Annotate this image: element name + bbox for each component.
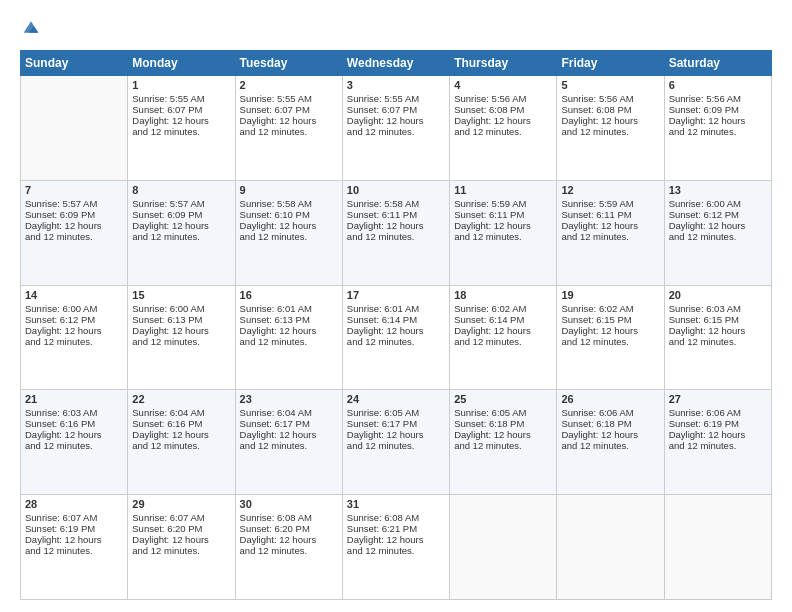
cell-info-line: and 12 minutes. bbox=[561, 126, 659, 137]
cell-info-line: and 12 minutes. bbox=[454, 440, 552, 451]
day-number: 5 bbox=[561, 79, 659, 91]
cell-info-line: and 12 minutes. bbox=[669, 126, 767, 137]
cell-info-line: Daylight: 12 hours bbox=[132, 220, 230, 231]
cell-info-line: Sunset: 6:11 PM bbox=[561, 209, 659, 220]
day-number: 30 bbox=[240, 498, 338, 510]
calendar-cell: 14Sunrise: 6:00 AMSunset: 6:12 PMDayligh… bbox=[21, 285, 128, 390]
cell-info-line: Daylight: 12 hours bbox=[25, 534, 123, 545]
cell-info-line: Sunrise: 5:59 AM bbox=[561, 198, 659, 209]
cell-info-line: Sunset: 6:08 PM bbox=[561, 104, 659, 115]
cell-info-line: and 12 minutes. bbox=[25, 440, 123, 451]
calendar-cell bbox=[557, 495, 664, 600]
calendar-cell: 5Sunrise: 5:56 AMSunset: 6:08 PMDaylight… bbox=[557, 76, 664, 181]
cell-info-line: and 12 minutes. bbox=[132, 126, 230, 137]
calendar-cell bbox=[664, 495, 771, 600]
cell-info-line: Daylight: 12 hours bbox=[454, 429, 552, 440]
cell-info-line: and 12 minutes. bbox=[25, 336, 123, 347]
cell-info-line: Daylight: 12 hours bbox=[669, 429, 767, 440]
day-number: 17 bbox=[347, 289, 445, 301]
cell-info-line: Sunrise: 6:06 AM bbox=[561, 407, 659, 418]
calendar-cell: 27Sunrise: 6:06 AMSunset: 6:19 PMDayligh… bbox=[664, 390, 771, 495]
cell-info-line: Sunrise: 6:04 AM bbox=[132, 407, 230, 418]
cell-info-line: and 12 minutes. bbox=[132, 231, 230, 242]
cell-info-line: and 12 minutes. bbox=[347, 440, 445, 451]
cell-info-line: Sunrise: 6:00 AM bbox=[132, 303, 230, 314]
calendar-cell bbox=[450, 495, 557, 600]
cell-info-line: Sunset: 6:20 PM bbox=[132, 523, 230, 534]
calendar-table: SundayMondayTuesdayWednesdayThursdayFrid… bbox=[20, 50, 772, 600]
cell-info-line: Daylight: 12 hours bbox=[561, 429, 659, 440]
cell-info-line: and 12 minutes. bbox=[240, 440, 338, 451]
cell-info-line: Sunset: 6:14 PM bbox=[454, 314, 552, 325]
cell-info-line: Sunset: 6:11 PM bbox=[454, 209, 552, 220]
cell-info-line: Daylight: 12 hours bbox=[25, 429, 123, 440]
logo-icon bbox=[22, 18, 40, 36]
cell-info-line: Daylight: 12 hours bbox=[240, 325, 338, 336]
cell-info-line: and 12 minutes. bbox=[347, 126, 445, 137]
cell-info-line: and 12 minutes. bbox=[132, 336, 230, 347]
cell-info-line: and 12 minutes. bbox=[561, 440, 659, 451]
day-number: 24 bbox=[347, 393, 445, 405]
day-number: 21 bbox=[25, 393, 123, 405]
day-number: 4 bbox=[454, 79, 552, 91]
day-number: 19 bbox=[561, 289, 659, 301]
cell-info-line: Daylight: 12 hours bbox=[454, 220, 552, 231]
cell-info-line: Sunset: 6:18 PM bbox=[454, 418, 552, 429]
header bbox=[20, 18, 772, 40]
cell-info-line: Daylight: 12 hours bbox=[347, 115, 445, 126]
calendar-cell: 21Sunrise: 6:03 AMSunset: 6:16 PMDayligh… bbox=[21, 390, 128, 495]
weekday-header-saturday: Saturday bbox=[664, 51, 771, 76]
calendar-cell: 12Sunrise: 5:59 AMSunset: 6:11 PMDayligh… bbox=[557, 180, 664, 285]
cell-info-line: Sunrise: 6:02 AM bbox=[561, 303, 659, 314]
day-number: 29 bbox=[132, 498, 230, 510]
cell-info-line: and 12 minutes. bbox=[561, 231, 659, 242]
cell-info-line: and 12 minutes. bbox=[240, 336, 338, 347]
cell-info-line: and 12 minutes. bbox=[454, 231, 552, 242]
calendar-cell: 15Sunrise: 6:00 AMSunset: 6:13 PMDayligh… bbox=[128, 285, 235, 390]
weekday-header-tuesday: Tuesday bbox=[235, 51, 342, 76]
cell-info-line: Sunset: 6:19 PM bbox=[25, 523, 123, 534]
day-number: 2 bbox=[240, 79, 338, 91]
calendar-cell: 29Sunrise: 6:07 AMSunset: 6:20 PMDayligh… bbox=[128, 495, 235, 600]
cell-info-line: Sunrise: 5:57 AM bbox=[132, 198, 230, 209]
day-number: 10 bbox=[347, 184, 445, 196]
cell-info-line: Sunset: 6:15 PM bbox=[669, 314, 767, 325]
cell-info-line: Sunrise: 6:08 AM bbox=[240, 512, 338, 523]
cell-info-line: and 12 minutes. bbox=[25, 231, 123, 242]
day-number: 18 bbox=[454, 289, 552, 301]
calendar-cell: 9Sunrise: 5:58 AMSunset: 6:10 PMDaylight… bbox=[235, 180, 342, 285]
cell-info-line: Sunset: 6:15 PM bbox=[561, 314, 659, 325]
cell-info-line: Daylight: 12 hours bbox=[669, 220, 767, 231]
logo bbox=[20, 18, 40, 40]
cell-info-line: Sunrise: 6:05 AM bbox=[454, 407, 552, 418]
cell-info-line: and 12 minutes. bbox=[132, 545, 230, 556]
cell-info-line: Sunset: 6:18 PM bbox=[561, 418, 659, 429]
day-number: 23 bbox=[240, 393, 338, 405]
weekday-header-thursday: Thursday bbox=[450, 51, 557, 76]
week-row-4: 21Sunrise: 6:03 AMSunset: 6:16 PMDayligh… bbox=[21, 390, 772, 495]
cell-info-line: Daylight: 12 hours bbox=[347, 220, 445, 231]
cell-info-line: Sunset: 6:08 PM bbox=[454, 104, 552, 115]
calendar-cell: 23Sunrise: 6:04 AMSunset: 6:17 PMDayligh… bbox=[235, 390, 342, 495]
cell-info-line: Daylight: 12 hours bbox=[669, 115, 767, 126]
calendar-cell: 6Sunrise: 5:56 AMSunset: 6:09 PMDaylight… bbox=[664, 76, 771, 181]
cell-info-line: Sunrise: 6:03 AM bbox=[669, 303, 767, 314]
day-number: 6 bbox=[669, 79, 767, 91]
cell-info-line: Sunrise: 6:06 AM bbox=[669, 407, 767, 418]
cell-info-line: Sunrise: 6:02 AM bbox=[454, 303, 552, 314]
day-number: 31 bbox=[347, 498, 445, 510]
cell-info-line: Sunset: 6:10 PM bbox=[240, 209, 338, 220]
day-number: 12 bbox=[561, 184, 659, 196]
cell-info-line: Sunset: 6:07 PM bbox=[240, 104, 338, 115]
cell-info-line: Sunset: 6:16 PM bbox=[25, 418, 123, 429]
cell-info-line: and 12 minutes. bbox=[347, 336, 445, 347]
calendar-cell: 16Sunrise: 6:01 AMSunset: 6:13 PMDayligh… bbox=[235, 285, 342, 390]
cell-info-line: Daylight: 12 hours bbox=[240, 115, 338, 126]
cell-info-line: and 12 minutes. bbox=[669, 440, 767, 451]
calendar-cell bbox=[21, 76, 128, 181]
cell-info-line: Sunrise: 6:07 AM bbox=[132, 512, 230, 523]
cell-info-line: Sunset: 6:09 PM bbox=[132, 209, 230, 220]
page: SundayMondayTuesdayWednesdayThursdayFrid… bbox=[0, 0, 792, 612]
day-number: 9 bbox=[240, 184, 338, 196]
cell-info-line: Sunrise: 5:59 AM bbox=[454, 198, 552, 209]
